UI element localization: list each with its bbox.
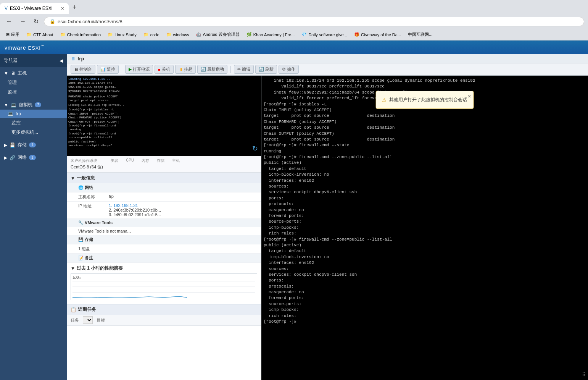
tab-bar: V ESXi - VMware ESXi × + (0, 0, 588, 14)
sidebar-item-host-monitor[interactable]: 监控 (0, 87, 67, 97)
terminal-line: protocols: (264, 201, 586, 207)
refresh-button[interactable]: 🔄 刷新 (255, 65, 277, 74)
vm-screenshot[interactable]: Loading 192.168.1.31... inet 192.168.1.3… (67, 76, 261, 156)
terminal-scroll-indicator: ⠿ (582, 372, 586, 378)
power-on-icon: ▶ (129, 67, 132, 72)
shutdown-label: 关机 (162, 66, 170, 72)
screenshot-refresh-icon[interactable]: ↻ (252, 144, 258, 153)
vm-info-top: 客户机操作系统 CentOS 8 (64 位) 美容 CPU 内存 (67, 156, 261, 173)
sidebar-item-vms[interactable]: ▼ 💻 虚拟机 7 (0, 100, 67, 110)
network-badge: 1 (29, 155, 36, 160)
terminal-line: services: cockpit dhcpv6-client ssh (264, 272, 586, 278)
vm-storage-label: 存储 (157, 158, 164, 163)
sidebar-item-frp[interactable]: 💻 frp (0, 110, 67, 118)
sidebar-item-storage[interactable]: ▶ 💾 存储 1 (0, 140, 67, 150)
bookmark-linux[interactable]: 📁 Linux Study (105, 31, 139, 38)
terminal-line: target: default (264, 166, 586, 172)
console-button[interactable]: 🖥 控制台 (71, 65, 95, 74)
active-tab[interactable]: V ESXi - VMware ESXi × (0, 3, 69, 14)
perf-value-label: 100 (72, 275, 79, 280)
network-row-group: 🌐 网络 (67, 183, 261, 192)
hostname-value: frp (105, 192, 261, 202)
ip-value-3: 3. fe80::8b02:2391:c1a1:5... (109, 212, 161, 217)
bookmark-china[interactable]: 中国互联网... (405, 31, 435, 38)
bookmark-ctf[interactable]: 📁 CTF About (23, 31, 56, 38)
terminal-line: icmp-blocks: (264, 225, 586, 231)
tools-value-row: VMware Tools is not mana... (67, 227, 261, 235)
vm-compat-label: 美容 (111, 158, 118, 163)
suspend-button[interactable]: ⏸ 挂起 (175, 65, 196, 74)
ip-link-1[interactable]: 1. 192.168.1.31 (109, 203, 138, 208)
back-button[interactable]: ← (4, 17, 14, 26)
browser-chrome: V ESXi - VMware ESXi × + ← → ↻ 🔒 esxi.0x… (0, 0, 588, 40)
sidebar-item-host[interactable]: ▼ 🖥 主机 (0, 68, 67, 78)
suspend-icon: ⏸ (179, 67, 183, 72)
terminal-line: forward-ports: (264, 295, 586, 301)
terminal-line: inet 192.168.1.31/24 brd 192.168.1.255 s… (264, 78, 586, 84)
tab-title: ESXi - VMware ESXi (10, 6, 59, 11)
linux-label: Linux Study (114, 32, 136, 37)
terminal-line: Chain OUTPUT (policy ACCEPT) (264, 131, 586, 137)
url-box[interactable]: 🔒 esxi.0xhex.cn/ui/#/host/vms/8 (44, 17, 584, 26)
bookmark-khan[interactable]: 🌿 Khan Academy | Fre... (243, 31, 298, 38)
actions-label: 操作 (287, 66, 295, 72)
monitor-button[interactable]: 📊 监控 (97, 65, 119, 74)
terminal-line: [root@frp ~]# firewall-cmd --zone=public… (264, 154, 586, 160)
storage-expand-icon: ▶ (4, 142, 7, 148)
folder-icon-code: 📁 (143, 32, 149, 37)
url-text: esxi.0xhex.cn/ui/#/host/vms/8 (58, 19, 122, 24)
terminal-line: Chain FORWARD (policy ACCEPT) (264, 119, 586, 125)
terminal-line: [root@frp ~]# (264, 319, 586, 325)
performance-title[interactable]: ▼ 过去 1 小时的性能摘要 (71, 263, 257, 273)
khan-label: Khan Academy | Fre... (253, 32, 295, 37)
bookmarks-bar: ⊞ 应用 📁 CTF About 📁 Check information 📁 L… (0, 29, 588, 40)
bookmark-code[interactable]: 📁 code (140, 31, 163, 38)
code-label: code (150, 32, 159, 37)
bookmark-daily[interactable]: 💎 Daily software give _ (298, 31, 350, 38)
sidebar-item-manage[interactable]: 管理 (0, 78, 67, 87)
frp-label: frp (16, 111, 21, 116)
terminal-body[interactable]: ⚠ 其他用户打开了此虚拟机的控制台会话 ✕ inet 192.168.1.31/… (261, 76, 588, 380)
terminal-line: target prot opt source destination (264, 113, 586, 119)
refresh-label: 刷新 (265, 66, 274, 72)
tab-close-button[interactable]: × (61, 5, 64, 11)
bookmark-check-info[interactable]: 📁 Check information (57, 31, 104, 38)
vm-main: Loading 192.168.1.31... inet 192.168.1.3… (67, 76, 588, 380)
general-info-header[interactable]: ▼ 一般信息 (67, 173, 261, 183)
sidebar-item-network[interactable]: ▶ 🔗 网络 1 (0, 153, 67, 162)
sidebar-item-vm-monitor[interactable]: 监控 (0, 118, 67, 128)
terminal-line: valid_lft 86317sec preferred_lft 86317se… (264, 84, 586, 89)
restart-button[interactable]: 🔄 最新启动 (197, 65, 227, 74)
warning-icon: ⚠ (382, 95, 387, 105)
bookmark-android[interactable]: 🤖 Android 设备管理器 (193, 31, 243, 38)
power-on-button[interactable]: ▶ 打开电源 (125, 65, 153, 74)
vm-os-label: 客户机操作系统 (71, 158, 103, 163)
bookmark-giveaway[interactable]: 🎁 Giveaway of the Da... (351, 31, 404, 38)
tasks-header-icon: 📋 (71, 307, 76, 312)
terminal-line: rich rules: (264, 231, 586, 236)
bookmark-apps[interactable]: ⊞ 应用 (3, 31, 23, 38)
sidebar-collapse-icon[interactable]: ◀ (60, 58, 63, 63)
storage-badge: 1 (29, 142, 36, 147)
shutdown-button[interactable]: ■ 关机 (155, 65, 174, 74)
edit-icon: ✏ (237, 67, 241, 72)
edit-button[interactable]: ✏ 编辑 (234, 65, 254, 74)
sidebar-item-more-vms[interactable]: 更多虚拟机... (0, 128, 67, 137)
sidebar-section-storage: ▶ 💾 存储 1 (0, 139, 67, 151)
china-label: 中国互联网... (408, 32, 432, 37)
ip-label: IP 地址 (67, 202, 105, 219)
main-content: 🖥 frp 🖥 控制台 📊 监控 ▶ 打开电源 ■ (67, 54, 588, 380)
reload-button[interactable]: ↻ (31, 17, 41, 26)
ip-value-2: 2. 240e:3b7:620:b210:c0b... (109, 208, 161, 212)
bookmark-windows[interactable]: 📁 windows (163, 31, 192, 38)
forward-button[interactable]: → (18, 17, 28, 26)
new-tab-button[interactable]: + (69, 1, 81, 14)
vms-badge: 7 (35, 102, 42, 107)
hostname-label: 主机名称 (67, 192, 105, 202)
warning-close-button[interactable]: ✕ (468, 93, 471, 100)
general-info-arrow: ▼ (71, 176, 75, 181)
actions-button[interactable]: ⚙ 操作 (279, 65, 299, 74)
folder-icon-check: 📁 (60, 32, 66, 37)
tasks-filter-select[interactable] (83, 316, 93, 324)
tab-favicon: V (5, 6, 8, 11)
